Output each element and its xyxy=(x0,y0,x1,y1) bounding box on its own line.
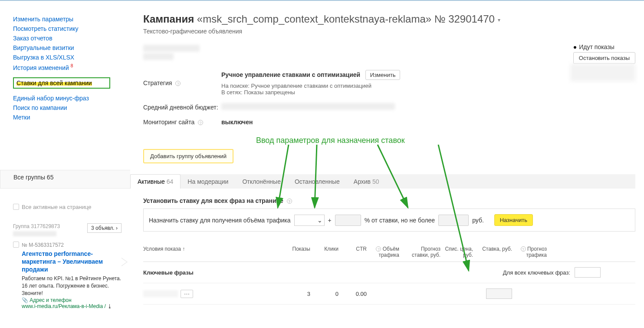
add-group-button[interactable]: Добавить группу объявлений xyxy=(143,149,233,163)
change-strategy-button[interactable]: Изменить xyxy=(365,70,401,80)
strategy-sub1: На поиске: Ручное управление ставками с … xyxy=(221,83,400,89)
page-title: Кампания «msk_srch_comp_context_kontekst… xyxy=(143,13,635,25)
ad-title[interactable]: Агентство performance-маркетинга – Увели… xyxy=(22,250,122,274)
sidebar-tags[interactable]: Метки xyxy=(13,114,130,121)
help-icon[interactable]: ? xyxy=(521,246,526,252)
budget-label: Средний дневной бюджет: xyxy=(143,104,221,111)
tab-archive-label: Архив xyxy=(354,178,371,185)
stop-shows-button[interactable]: Остановить показы xyxy=(573,52,635,64)
th-prog-traffic-text: Прогноз трафика xyxy=(526,246,547,258)
tab-paused[interactable]: Остановленные xyxy=(288,175,347,189)
page-subtitle: Текстово-графические объявления xyxy=(143,28,635,35)
tab-archive[interactable]: Архив 50 xyxy=(347,175,386,189)
title-prefix: Кампания xyxy=(143,13,194,25)
traffic-volume-select[interactable]: ⌄ xyxy=(294,215,325,226)
th-rate: Ставка, руб. xyxy=(477,246,512,258)
monitoring-label: Мониторинг сайта ? xyxy=(143,119,221,126)
tab-rejected[interactable]: Отклонённые xyxy=(235,175,288,189)
title-name: «msk_srch_comp_context_kontekstnaya-rekl… xyxy=(197,13,495,25)
redacted xyxy=(13,231,56,236)
sidebar-search[interactable]: Поиск по кампании xyxy=(13,104,130,111)
annotation-text: Ввод параметров для назначения ставок xyxy=(256,136,405,145)
th-conditions[interactable]: Условия показа ↑ xyxy=(143,246,282,258)
rate-box: Назначить ставку для получения объёма тр… xyxy=(143,209,635,232)
sidebar-history[interactable]: История изменений 8 xyxy=(13,63,130,71)
tab-moderation[interactable]: На модерации xyxy=(181,175,235,189)
strategy-label-text: Стратегия xyxy=(143,80,172,86)
cell-shows: 3 xyxy=(286,291,310,297)
for-all-label: Для всех ключевых фраз: xyxy=(445,269,570,276)
chevron-right-icon: › xyxy=(116,225,118,231)
download-icon[interactable]: ⭳ xyxy=(107,303,112,309)
keyword-row: ⋯ 3 0 0.00 xyxy=(143,283,635,305)
assign-button[interactable]: Назначить xyxy=(494,214,533,226)
th-shows: Показы xyxy=(286,246,310,258)
ad-url-text: www.i-media.ru/Реклама-в-i-Media / xyxy=(22,303,106,309)
strategy-label: Стратегия ? xyxy=(143,80,221,86)
help-icon[interactable]: ? xyxy=(198,120,203,125)
tab-active-label: Активные xyxy=(138,178,165,185)
th-volume: ? Объём трафика xyxy=(371,246,399,258)
th-prog-traffic: ? Прогноз трафика xyxy=(516,246,547,258)
redacted xyxy=(143,290,178,297)
ad-address-link[interactable]: 📎 Адрес и телефон xyxy=(22,297,122,303)
tab-active[interactable]: Активные 64 xyxy=(130,174,181,189)
keyword-menu-button[interactable]: ⋯ xyxy=(181,290,193,298)
sidebar-export[interactable]: Выгрузка в XLS/XLSX xyxy=(13,54,130,61)
rate-prefix: Назначить ставку для получения объёма тр… xyxy=(149,217,291,224)
sidebar-minus-phrases[interactable]: Единый набор минус-фраз xyxy=(13,95,130,102)
select-all-checkbox[interactable] xyxy=(13,204,19,210)
status-running: Идут показы xyxy=(573,43,635,50)
ad-count-button[interactable]: 3 объявл. › xyxy=(87,223,122,233)
currency-label: руб. xyxy=(472,217,484,224)
keywords-header-row: Ключевые фразы Для всех ключевых фраз: xyxy=(143,262,635,283)
chevron-down-icon: ⌄ xyxy=(317,217,322,224)
th-clicks: Клики xyxy=(315,246,338,258)
help-icon[interactable]: ? xyxy=(376,246,381,252)
redacted xyxy=(570,64,635,81)
th-volume-text: Объём трафика xyxy=(378,246,399,258)
ad-description: Работаем по KPI. №1 в Рейтинге Рунета. 1… xyxy=(22,275,122,297)
monitoring-label-text: Мониторинг сайта xyxy=(143,119,194,126)
cell-ctr: 0.00 xyxy=(343,291,367,297)
sidebar-history-badge: 8 xyxy=(71,63,73,68)
ad-url: www.i-media.ru/Реклама-в-i-Media / ⭳ xyxy=(22,303,122,309)
cell-clicks: 0 xyxy=(315,291,338,297)
rate-all-input[interactable] xyxy=(575,267,601,278)
chevron-down-icon[interactable]: ▾ xyxy=(498,17,500,23)
redacted xyxy=(143,53,174,60)
set-rate-title: Установить ставку для всех фраз на стран… xyxy=(143,197,635,204)
help-icon[interactable]: ? xyxy=(175,81,181,86)
strategy-value: Ручное управление ставками с оптимизацие… xyxy=(221,71,360,78)
redacted xyxy=(221,103,395,110)
select-all-label: Все активные на странице xyxy=(22,204,91,210)
monitoring-value: выключен xyxy=(221,119,253,126)
strategy-sub2: В сетях: Показы запрещены xyxy=(221,89,400,96)
ad-address-label: Адрес и телефон xyxy=(30,297,71,303)
sidebar-rates-all-highlight: Ставки для всей кампании xyxy=(13,77,110,89)
help-icon[interactable]: ? xyxy=(287,199,292,204)
plus-sign: + xyxy=(328,217,332,224)
sidebar-history-label: История изменений xyxy=(13,64,69,71)
sidebar-vcards[interactable]: Виртуальные визитки xyxy=(13,44,130,51)
tab-active-count: 64 xyxy=(167,178,174,185)
th-forecast: Прогноз ставки, руб. xyxy=(404,246,440,258)
group-id: Группа 3177629873 xyxy=(13,223,60,229)
th-ctr: CTR xyxy=(343,246,367,258)
ad-number: № M-5363317572 xyxy=(22,242,122,248)
keywords-label: Ключевые фразы xyxy=(143,269,282,276)
sidebar-rates-all[interactable]: Ставки для всей кампании xyxy=(16,80,92,86)
percent-input[interactable] xyxy=(335,215,361,226)
rate-input[interactable] xyxy=(486,288,512,299)
sidebar-view-stats[interactable]: Посмотреть статистику xyxy=(13,25,130,32)
all-groups-filter[interactable]: Все группы 65 xyxy=(0,170,130,189)
redacted xyxy=(143,45,200,52)
sidebar-change-params[interactable]: Изменить параметры xyxy=(13,16,130,23)
sidebar-order-reports[interactable]: Заказ отчетов xyxy=(13,35,130,42)
group-checkbox[interactable] xyxy=(13,242,19,248)
th-writeoff: Спис. цена, руб. xyxy=(445,246,473,258)
max-rate-input[interactable] xyxy=(438,215,469,226)
th-conditions-text: Условия показа xyxy=(143,246,181,252)
percent-label: % от ставки, но не более xyxy=(365,217,435,224)
set-rate-title-text: Установить ставку для всех фраз на стран… xyxy=(143,197,283,204)
